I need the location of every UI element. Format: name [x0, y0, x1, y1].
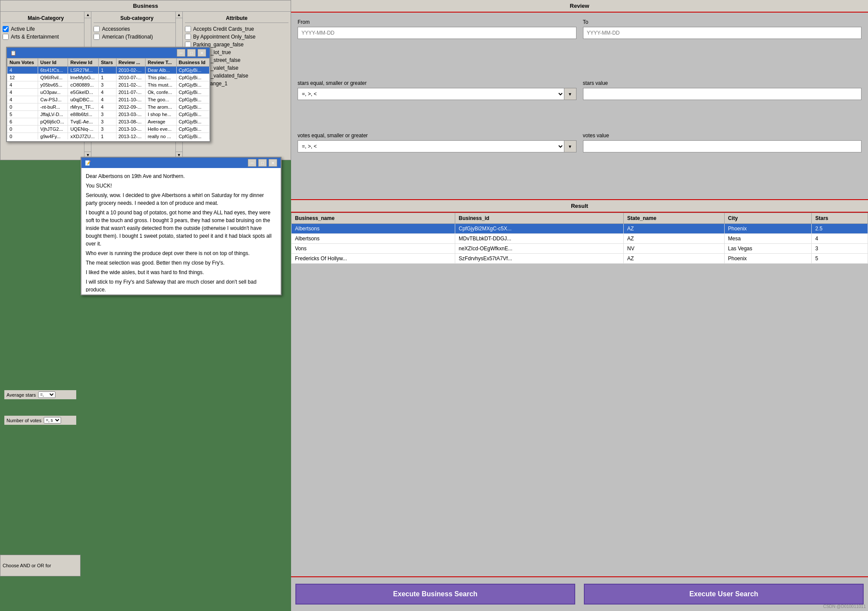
window-controls: ─ □ ✕	[177, 49, 206, 57]
review-list-row[interactable]: 4y05bv65...cO80889...32011-02-...This mu…	[7, 81, 210, 89]
minimize-review-text[interactable]: ─	[248, 159, 256, 167]
num-votes-label: Number of votes	[6, 418, 42, 423]
review-list-row[interactable]: 46ts41fCs...LSR27M...12010-02-...Dear Al…	[7, 67, 210, 74]
choose-and-or-button[interactable]: Choose AND or OR for	[0, 555, 81, 576]
date-row: From To	[298, 19, 862, 39]
result-row[interactable]: AlbertsonsMDvTBLbkDT-DDGJ...AZMesa4	[291, 234, 868, 244]
col-review-text: Review ...	[116, 58, 145, 67]
execute-user-search-button[interactable]: Execute User Search	[584, 584, 864, 605]
result-col-state: State_name	[624, 213, 725, 224]
bottom-left-panel: Average stars =, > < Number of votes =, …	[0, 381, 81, 611]
review-text-line: I bought a 10 pound bag of potatos, got …	[86, 209, 276, 248]
stars-value-label: stars value	[583, 80, 862, 86]
stars-operator-select[interactable]: =, >, < = > <	[298, 88, 564, 100]
result-table-container: Business_name Business_id State_name Cit…	[291, 213, 868, 575]
result-col-stars: Stars	[812, 213, 868, 224]
from-input[interactable]	[298, 27, 577, 39]
votes-operator-select-group: =, >, < = > < ▼	[298, 140, 577, 152]
result-row[interactable]: Fredericks Of Hollyw...SzFdrvhysEx57tA7V…	[291, 254, 868, 264]
attribute-header: Attribute	[185, 14, 288, 23]
result-title: Result	[291, 199, 868, 213]
votes-dropdown-btn[interactable]: ▼	[564, 140, 577, 152]
review-text-line: Who ever is running the produce dept ove…	[86, 249, 276, 257]
to-group: To	[583, 19, 862, 39]
review-list-row[interactable]: 6pQ6lj6cO...TvqE-Ae...32013-08-...Averag…	[7, 118, 210, 126]
votes-operator-group: votes equal, smaller or greater =, >, < …	[298, 133, 577, 152]
result-row[interactable]: AlbertsonsCpfGjyBi2MXgC-c5X...AZPhoenix2…	[291, 224, 868, 234]
result-col-business-id: Business_id	[455, 213, 623, 224]
maximize-review-text[interactable]: □	[258, 159, 267, 167]
result-col-city: City	[724, 213, 811, 224]
average-stars-operator[interactable]: =, > <	[38, 391, 55, 398]
review-panel: Review From To stars equal, smaller or g…	[291, 0, 868, 199]
review-text-icon: 📝	[85, 160, 91, 166]
col-business-id: Business Id	[176, 58, 209, 67]
stars-value-group: stars value	[583, 80, 862, 100]
execute-business-search-button[interactable]: Execute Business Search	[295, 584, 575, 605]
business-panel-title: Business	[0, 0, 291, 12]
votes-value-label: votes value	[583, 133, 862, 139]
from-label: From	[298, 19, 577, 25]
votes-operator-select[interactable]: =, >, < = > <	[298, 140, 564, 152]
to-input[interactable]	[583, 27, 862, 39]
review-text-line: I will stick to my Fry's and Safeway tha…	[86, 278, 276, 292]
result-col-business-name: Business_name	[291, 213, 455, 224]
sub-category-header: Sub-category	[94, 14, 180, 23]
review-text-line: Seriously, wow. I decided to give Albert…	[86, 191, 276, 207]
review-panel-title: Review	[291, 0, 868, 13]
review-list-row[interactable]: 0VjhJTG2...UQENiq-...32013-10-...Hello e…	[7, 126, 210, 133]
review-text-controls: ─ □ ✕	[248, 159, 277, 167]
review-text-line: The meat selection was good. Better then…	[86, 259, 276, 267]
stars-operator-group: stars equal, smaller or greater =, >, < …	[298, 80, 577, 100]
category-active-life[interactable]: Active Life	[3, 25, 89, 33]
review-list-row[interactable]: 0g9w4Fy...xXDJ7ZU...12013-12-...really n…	[7, 133, 210, 140]
attr-accepts-cc[interactable]: Accepts Credit Cards_true	[185, 25, 288, 33]
review-list-row[interactable]: 12Q96IRvil...lmeMybG...12010-07-...This …	[7, 74, 210, 81]
col-review-id: Review Id	[68, 58, 99, 67]
category-arts[interactable]: Arts & Entertainment	[3, 33, 89, 41]
average-stars-label: Average stars	[6, 392, 36, 398]
col-num-votes: Num Votes	[7, 58, 38, 67]
num-votes-control: Number of votes =, s > <	[4, 416, 76, 425]
close-review-text[interactable]: ✕	[269, 159, 277, 167]
votes-operator-label: votes equal, smaller or greater	[298, 133, 577, 139]
review-list-title-icon: 📋	[10, 50, 16, 56]
col-review-time: Review T...	[145, 58, 176, 67]
review-list-content: Num Votes User Id Review Id Stars Review…	[7, 58, 210, 139]
result-row[interactable]: VonsneXZIcd-OEgWfkxnE...NVLas Vegas3	[291, 244, 868, 254]
stars-row: stars equal, smaller or greater =, >, < …	[298, 80, 862, 100]
spacer-2	[298, 107, 862, 133]
review-text-titlebar: 📝 ─ □ ✕	[81, 158, 281, 168]
stars-operator-label: stars equal, smaller or greater	[298, 80, 577, 86]
average-stars-control: Average stars =, > <	[4, 390, 76, 399]
review-list-table: Num Votes User Id Review Id Stars Review…	[7, 58, 210, 139]
subcategory-accessories[interactable]: Accessories	[94, 25, 180, 33]
num-votes-operator[interactable]: =, s > <	[44, 417, 61, 423]
main-category-header: Main-Category	[3, 14, 89, 23]
review-list-row[interactable]: 4Cw-PSJ...u0qjDBC...42011-10-...The goo.…	[7, 96, 210, 103]
bottom-left-controls: Average stars =, > < Number of votes =, …	[0, 381, 81, 437]
from-group: From	[298, 19, 577, 39]
stars-value-input[interactable]	[583, 88, 862, 100]
review-list-titlebar: 📋 ─ □ ✕	[7, 48, 210, 58]
minimize-button[interactable]: ─	[177, 49, 185, 57]
review-text-content: Dear Albertsons on 19th Ave and Northern…	[81, 168, 281, 292]
review-list-panel: 📋 ─ □ ✕ Num Votes User Id Review Id Star…	[6, 47, 211, 142]
votes-row: votes equal, smaller or greater =, >, < …	[298, 133, 862, 152]
review-list-row[interactable]: 0-nt-buR...rMryx_TF...42012-09-...The ar…	[7, 103, 210, 111]
watermark: CSDN @D010011011	[823, 604, 866, 609]
maximize-button[interactable]: □	[187, 49, 196, 57]
review-list-row[interactable]: 5JffajLV-D...e88b6fzl...32013-03-...I sh…	[7, 111, 210, 118]
votes-value-input[interactable]	[583, 140, 862, 152]
review-text-line: You SUCK!	[86, 182, 276, 190]
result-table: Business_name Business_id State_name Cit…	[291, 213, 868, 264]
review-text-line: Dear Albertsons on 19th Ave and Northern…	[86, 172, 276, 180]
spacer-1	[298, 45, 862, 80]
stars-dropdown-btn[interactable]: ▼	[564, 88, 577, 100]
col-user-id: User Id	[38, 58, 68, 67]
subcategory-american[interactable]: American (Traditional)	[94, 33, 180, 41]
result-panel: Result Business_name Business_id State_n…	[291, 199, 868, 576]
review-list-row[interactable]: 4uO3pav...e5GkeID...42011-07-...Ok, conf…	[7, 89, 210, 96]
attr-by-appt[interactable]: By Appointment Only_false	[185, 33, 288, 41]
close-button[interactable]: ✕	[198, 49, 206, 57]
